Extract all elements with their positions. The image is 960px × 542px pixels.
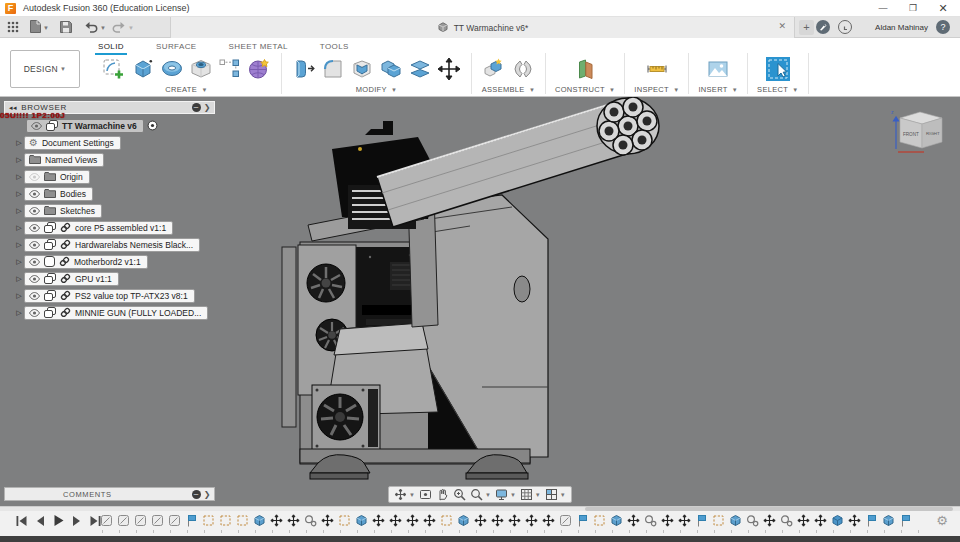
browser-tree-row[interactable]: ▷Motherbord2 v1:1 [14,253,208,270]
timeline-feature-flag[interactable] [865,514,878,527]
expand-arrow-icon[interactable]: ▷ [14,224,24,232]
browser-item-box[interactable]: TT Warmachine v6 [26,119,144,133]
timeline-feature-move[interactable] [321,514,334,527]
browser-item-box[interactable]: PS2 value top TP-ATX23 v8:1 [24,289,195,303]
timeline-feature-move[interactable] [661,514,674,527]
new-tab-button[interactable]: + [799,20,814,35]
construct-plane-icon[interactable] [572,56,598,82]
timeline-feature-extrude[interactable] [729,514,742,527]
tab-close-icon[interactable]: ✕ [778,21,786,31]
timeline-feature-extrude[interactable] [457,514,470,527]
browser-item-box[interactable]: core P5 assembled v1:1 [24,221,173,235]
chevron-down-icon[interactable]: ▼ [560,492,566,498]
browser-item-box[interactable]: ⚙Document Settings [24,136,121,150]
chevron-down-icon[interactable]: ▼ [510,492,516,498]
eye-visibility-icon[interactable] [31,122,42,130]
browser-item-box[interactable]: Named Views [24,153,104,167]
browser-tree-row[interactable]: ▷⚙Document Settings [14,134,208,151]
timeline-feature-move[interactable] [814,514,827,527]
fillet-icon[interactable] [320,56,346,82]
revolve-icon[interactable] [159,56,185,82]
timeline-feature-sketch[interactable] [236,514,249,527]
timeline-feature-box[interactable] [831,514,844,527]
save-button[interactable] [60,20,72,35]
ribbon-group-dropdown-assemble[interactable]: ASSEMBLE ▼ [482,85,535,94]
document-tab[interactable]: TT Warmachine v6* ✕ [170,17,795,38]
timeline-feature-sketch[interactable] [440,514,453,527]
model-3d-pc-case-minigun[interactable] [270,97,690,497]
ribbon-group-dropdown-construct[interactable]: CONSTRUCT ▼ [555,85,615,94]
measure-icon[interactable] [644,56,670,82]
browser-tree-row[interactable]: ▷GPU v1:1 [14,270,208,287]
zoom-button[interactable] [453,488,466,501]
viewports-button[interactable]: ▼ [545,488,566,501]
browser-tree-row[interactable]: ▷Hardwarelabs Nemesis Black... [14,236,208,253]
zoom-window-button[interactable]: ▼ [470,488,491,501]
timeline-feature-sketch[interactable] [202,514,215,527]
eye-visibility-icon[interactable] [29,224,40,232]
timeline-feature-sketch[interactable] [712,514,725,527]
browser-item-box[interactable]: Sketches [24,204,102,218]
timeline-feature-joint[interactable] [746,514,759,527]
eye-visibility-icon[interactable] [29,207,40,215]
new-component-icon[interactable] [481,56,507,82]
timeline-feature-move[interactable] [389,514,402,527]
expand-arrow-icon[interactable]: ▷ [14,309,24,317]
split-body-icon[interactable] [407,56,433,82]
timeline-feature-flag[interactable] [576,514,589,527]
app-grid-button[interactable] [7,20,19,35]
file-menu-button[interactable]: ▼ [30,20,49,35]
ribbon-group-dropdown-select[interactable]: SELECT ▼ [757,85,798,94]
eye-visibility-icon[interactable] [29,309,40,317]
browser-tree-row[interactable]: ▷Named Views [14,151,208,168]
user-account-button[interactable]: Aldan Mahinay [875,23,928,32]
job-status-button[interactable] [838,20,852,34]
timeline-feature-move[interactable] [287,514,300,527]
timeline-feature-component[interactable] [134,514,147,527]
timeline-feature-sketch[interactable] [338,514,351,527]
grid-display-button[interactable]: ▼ [520,488,541,501]
timeline-feature-component[interactable] [100,514,113,527]
form-icon[interactable] [246,56,272,82]
timeline-feature-extrude[interactable] [253,514,266,527]
timeline-feature-joint[interactable] [644,514,657,527]
timeline-settings-gear-icon[interactable]: ⚙ [936,513,948,528]
activate-component-target-icon[interactable] [147,120,158,131]
eye-visibility-icon[interactable] [29,258,40,266]
timeline-feature-flag[interactable] [185,514,198,527]
timeline-feature-joint[interactable] [780,514,793,527]
play-button[interactable] [53,515,64,526]
browser-item-box[interactable]: MINNIE GUN (FULLY LOADED... [24,306,208,320]
chevron-down-icon[interactable]: ▼ [485,492,491,498]
timeline-feature-component[interactable] [168,514,181,527]
comments-panel-header[interactable]: COMMENTS – ❯ [4,487,215,501]
step-forward-button[interactable] [72,516,82,526]
browser-tree-row[interactable]: ▷core P5 assembled v1:1 [14,219,208,236]
browser-tree-row[interactable]: ▷PS2 value top TP-ATX23 v8:1 [14,287,208,304]
insert-image-icon[interactable] [705,56,731,82]
shell-icon[interactable] [349,56,375,82]
browser-tree-row[interactable]: ▷MINNIE GUN (FULLY LOADED... [14,304,208,321]
workspace-selector[interactable]: DESIGN ▼ [10,50,80,88]
extrude-icon[interactable] [130,56,156,82]
timeline-feature-move[interactable] [270,514,283,527]
close-button[interactable]: ✕ [928,0,958,16]
timeline-feature-move[interactable] [627,514,640,527]
help-button[interactable]: ? [936,20,950,34]
ribbon-group-dropdown-create[interactable]: CREATE ▼ [165,85,207,94]
extensions-button[interactable] [816,20,830,34]
browser-tree-row[interactable]: ▷Origin [14,168,208,185]
eye-visibility-icon[interactable] [29,190,40,198]
chevron-down-icon[interactable]: ▼ [535,492,541,498]
redo-button[interactable]: ▼ [112,20,134,35]
move-icon[interactable] [436,56,462,82]
timeline-feature-component[interactable] [117,514,130,527]
timeline-feature-flag[interactable] [899,514,912,527]
timeline-feature-extrude[interactable] [882,514,895,527]
timeline-feature-component[interactable] [151,514,164,527]
skip-start-button[interactable] [16,516,27,526]
timeline-feature-move[interactable] [542,514,555,527]
timeline-feature-joint[interactable] [304,514,317,527]
pan-button[interactable] [436,488,449,501]
expand-arrow-icon[interactable]: ▷ [14,156,24,164]
